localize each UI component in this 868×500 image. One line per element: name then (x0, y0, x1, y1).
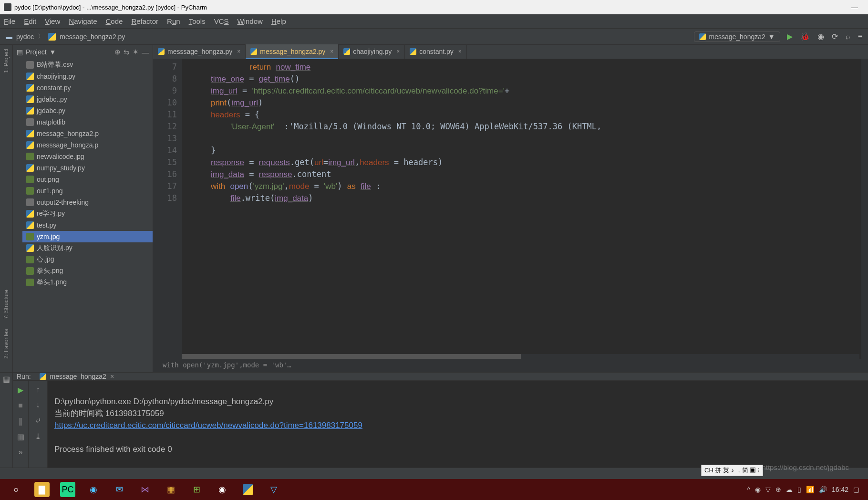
toolwindow-structure[interactable]: 7: Structure (3, 290, 10, 319)
horizontal-scrollbar[interactable] (182, 354, 859, 359)
menu-view[interactable]: View (45, 17, 60, 25)
close-icon[interactable]: × (330, 48, 333, 55)
code-content[interactable]: return now_time time_one = get_time() im… (182, 59, 868, 372)
breadcrumb[interactable]: ▬ pydoc 〉 message_hongza2.py (6, 32, 125, 41)
hide-icon[interactable]: — (142, 48, 149, 56)
tree-item[interactable]: 拳头1.png (22, 277, 153, 288)
menu-refactor[interactable]: Refactor (131, 17, 158, 25)
console-link[interactable]: https://uc.creditcard.ecitic.com/citicca… (54, 421, 362, 430)
menu-code[interactable]: Code (106, 17, 123, 25)
close-icon[interactable]: × (458, 48, 462, 55)
tree-item[interactable]: constant.py (22, 82, 153, 94)
run-console[interactable]: D:\python\python.exe D:/python/pydoc/mes… (48, 381, 868, 470)
ime-toolbar[interactable]: CH 拼 英 ♪ ，简 ▣ ⁝ (701, 465, 763, 476)
tree-item[interactable]: messsage_hongza.p (22, 139, 153, 151)
run-configuration-selector[interactable]: message_hongza2 ▼ (694, 31, 780, 42)
tree-item[interactable]: 人脸识别.py (22, 242, 153, 254)
debug-icon[interactable]: 🐞 (800, 32, 810, 41)
tree-item[interactable]: message_hongza2.p (22, 128, 153, 139)
tray-icon[interactable]: ▽ (765, 486, 771, 493)
wifi-icon[interactable]: 📶 (806, 486, 814, 493)
clock[interactable]: 16:42 (832, 486, 848, 493)
menu-run[interactable]: Run (167, 17, 180, 25)
more-icon[interactable]: » (19, 448, 23, 457)
vertical-scrollbar[interactable] (861, 59, 868, 359)
target-icon[interactable]: ⊕ (114, 48, 121, 56)
toolwindow-project[interactable]: 1: Project (3, 49, 10, 73)
code-area[interactable]: 7 8 9 10 11 12 13 14 15 16 17 18 return … (153, 59, 868, 372)
close-icon[interactable]: × (110, 373, 114, 380)
tree-item[interactable]: test.py (22, 219, 153, 231)
close-icon[interactable]: × (396, 48, 400, 55)
tree-item[interactable]: output2-threeking (22, 197, 153, 208)
tree-item[interactable]: jgdabc.py (22, 105, 153, 116)
vs-icon[interactable]: ⋈ (137, 482, 153, 497)
menu-help[interactable]: Help (271, 17, 286, 25)
edge-icon[interactable]: ◉ (86, 482, 101, 497)
layout-icon[interactable]: ▥ (17, 432, 24, 441)
tray-icon[interactable]: ◉ (755, 486, 761, 493)
tree-item[interactable]: out.png (22, 174, 153, 185)
collapse-icon[interactable]: ⇆ (124, 48, 130, 56)
down-icon[interactable]: ↓ (36, 401, 40, 409)
shield-icon[interactable]: ▽ (266, 482, 281, 497)
tree-item[interactable]: yzm.jpg (22, 231, 153, 242)
menu-window[interactable]: Window (238, 17, 263, 25)
tray-icon[interactable]: ▯ (797, 486, 801, 493)
tree-item[interactable]: numpy_study.py (22, 162, 153, 174)
tray-icon[interactable]: ^ (747, 486, 750, 493)
run-tool-icon[interactable]: ▦ (3, 375, 10, 384)
store-icon[interactable]: ⊞ (189, 482, 204, 497)
profile-icon[interactable]: ⟳ (832, 32, 838, 41)
code-breadcrumb[interactable]: with open('yzm.jpg',mode = 'wb'… (153, 359, 868, 372)
tree-item[interactable]: matplotlib (22, 116, 153, 128)
search-icon[interactable]: ⌕ (846, 32, 850, 41)
tree-item[interactable]: 心.jpg (22, 254, 153, 265)
python-icon[interactable] (240, 482, 256, 497)
tree-item[interactable]: chaojiying.py (22, 71, 153, 82)
pycharm-icon[interactable]: PC (60, 482, 75, 497)
minimize-button[interactable]: — (845, 0, 864, 14)
tray-icon[interactable]: ☁ (786, 486, 793, 493)
menu-tools[interactable]: Tools (189, 17, 206, 25)
breadcrumb-root[interactable]: pydoc (16, 33, 34, 41)
up-icon[interactable]: ↑ (36, 385, 40, 394)
chevron-down-icon[interactable]: ▼ (50, 48, 56, 56)
menu-edit[interactable]: Edit (24, 17, 36, 25)
mail-icon[interactable]: ✉ (112, 482, 127, 497)
tree-item[interactable]: B站弹幕.csv (22, 59, 153, 71)
pause-icon[interactable]: ‖ (19, 417, 22, 426)
stop-icon[interactable]: ■ (18, 401, 23, 410)
tree-item[interactable]: 拳头.png (22, 265, 153, 277)
editor-tab[interactable]: constant.py× (405, 44, 467, 59)
menu-navigate[interactable]: Navigate (69, 17, 97, 25)
run-icon[interactable]: ▶ (787, 32, 793, 41)
toolwindow-favorites[interactable]: 2: Favorites (3, 329, 10, 359)
chrome-icon[interactable]: ◉ (215, 482, 230, 497)
close-icon[interactable]: × (237, 48, 240, 55)
editor-tab[interactable]: messsage_hongza.py× (153, 44, 246, 59)
project-header-label[interactable]: Project (26, 48, 47, 56)
more-icon[interactable]: ≡ (858, 32, 862, 41)
tree-item[interactable]: re学习.py (22, 208, 153, 219)
volume-icon[interactable]: 🔊 (819, 486, 827, 493)
editor-tab[interactable]: chaojiying.py× (339, 44, 405, 59)
menu-file[interactable]: File (4, 17, 15, 25)
scroll-icon[interactable]: ⤓ (35, 432, 41, 441)
menu-vcs[interactable]: VCS (214, 17, 229, 25)
breadcrumb-file[interactable]: message_hongza2.py (60, 33, 125, 41)
start-button[interactable]: ○ (9, 482, 24, 497)
wrap-icon[interactable]: ⤶ (35, 416, 41, 425)
system-tray[interactable]: ^ ◉ ▽ ⊕ ☁ ▯ 📶 🔊 16:42 ▢ (747, 486, 859, 493)
tree-item[interactable]: out1.png (22, 185, 153, 197)
gear-icon[interactable]: ✶ (133, 48, 139, 56)
tray-icon[interactable]: ⊕ (775, 486, 781, 493)
file-explorer-icon[interactable]: ▇ (34, 482, 50, 497)
editor-tab[interactable]: message_hongza2.py× (246, 44, 339, 59)
tree-item[interactable]: jgdabc..py (22, 94, 153, 105)
notification-icon[interactable]: ▢ (853, 486, 859, 493)
coverage-icon[interactable]: ◉ (817, 32, 824, 41)
rerun-icon[interactable]: ▶ (18, 385, 23, 395)
tree-item[interactable]: newvalicode.jpg (22, 151, 153, 162)
run-tab-name[interactable]: message_hongza2 (50, 373, 106, 380)
